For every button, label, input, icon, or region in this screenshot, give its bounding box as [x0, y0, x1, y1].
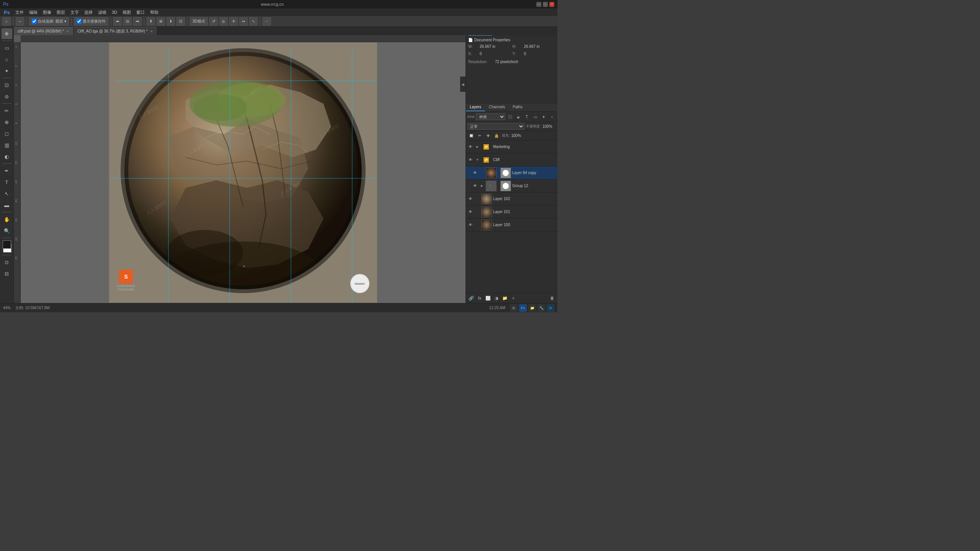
minimize-btn[interactable]: — [536, 2, 541, 7]
eraser-tool[interactable]: ◻ [2, 128, 12, 139]
filter-shape-btn[interactable]: ▭ [531, 113, 539, 121]
layer-vis-84[interactable]: 👁 [472, 170, 478, 176]
home-btn[interactable]: ⌂ [2, 17, 11, 26]
layer-item-marketing[interactable]: 👁 ▶ 📁 Marketing [466, 140, 557, 153]
path-select-tool[interactable]: ↖ [2, 188, 12, 199]
delete-layer-btn[interactable]: 🗑 [548, 294, 556, 302]
auto-select-btn[interactable]: 自动选择: 图层 ▾ [29, 17, 69, 26]
menu-filter[interactable]: 滤镜 [96, 9, 109, 16]
menu-layer[interactable]: 图层 [54, 9, 67, 16]
expand-cliff[interactable]: ▼ [475, 158, 480, 161]
menu-image[interactable]: 图像 [41, 9, 54, 16]
tab-cliff-psd[interactable]: cliff.psd @ 44% (RGB/8#) * ✕ [14, 27, 74, 35]
layer-vis-101[interactable]: 👁 [467, 209, 474, 215]
layer-item-group12[interactable]: 👁 ▶ 2 Group 12 [466, 179, 557, 192]
menu-3d[interactable]: 3D [109, 9, 119, 15]
lock-all-btn[interactable]: 🔒 [493, 132, 500, 139]
menu-edit[interactable]: 编辑 [27, 9, 40, 16]
layer-vis-group12[interactable]: 👁 [472, 183, 478, 189]
new-layer-btn[interactable]: + [510, 294, 517, 302]
add-mask-btn[interactable]: ⬜ [484, 294, 492, 302]
hand-tool[interactable]: ✋ [2, 214, 12, 225]
show-transform-btn[interactable]: 显示变换控件 [74, 17, 108, 26]
align-bottom-btn[interactable]: ⬇ [167, 17, 175, 26]
menu-type[interactable]: 文字 [68, 9, 81, 16]
brush-tool[interactable]: ✏ [2, 105, 12, 116]
lasso-tool[interactable]: ⌂ [2, 54, 12, 65]
layer-vis-marketing[interactable]: 👁 [467, 144, 474, 150]
eyedropper-tool[interactable]: ⊘ [2, 91, 12, 102]
menu-window[interactable]: 窗口 [134, 9, 147, 16]
align-center-h-btn[interactable]: ⊟ [123, 17, 132, 26]
pen-tool[interactable]: ✒ [2, 165, 12, 176]
move-tool[interactable]: ✥ [2, 28, 12, 39]
align-left-btn[interactable]: ⬅ [113, 17, 122, 26]
layer-item-cliff[interactable]: 👁 ▼ 📁 Cliff [466, 153, 557, 166]
dropdown-icon[interactable]: ▾ [64, 19, 66, 23]
shape-tool[interactable]: ▬ [2, 200, 12, 210]
align-right-btn[interactable]: ➡ [133, 17, 142, 26]
taskbar-icon-4[interactable]: 🔧 [537, 304, 545, 312]
magic-wand-tool[interactable]: ✦ [2, 65, 12, 76]
window-controls[interactable]: — □ ✕ [536, 2, 554, 7]
more-options-btn[interactable]: ··· [263, 17, 271, 26]
layer-vis-cliff[interactable]: 👁 [467, 157, 474, 163]
tab-cliff-ao[interactable]: Cliff_AO.tga @ 36.7% (图层 3, RGB/8#) * ✕ [74, 27, 157, 35]
layer-style-btn[interactable]: fx [476, 294, 483, 302]
tab-layers[interactable]: Layers [466, 103, 485, 111]
adjustment-layer-btn[interactable]: ◑ [493, 294, 500, 302]
scale3d-btn[interactable]: ⤡ [249, 17, 258, 26]
doc-canvas[interactable]: 人人素材区 人人素材区 人人素材区 人人素材区 人人素材区 人人素材区 S SU… [21, 42, 466, 303]
filter-type-btn[interactable]: T [523, 113, 531, 121]
layer-item-100[interactable]: 👁 Layer 100 [466, 218, 557, 231]
filter-adjust-btn[interactable]: ⬙ [514, 113, 522, 121]
3d-mode-btn[interactable]: 3D模式 [190, 17, 208, 26]
menu-view[interactable]: 视图 [120, 9, 133, 16]
move-options-btn[interactable]: ↔ [16, 17, 24, 26]
filter-pixel-btn[interactable]: ⬛ [506, 113, 514, 121]
maximize-btn[interactable]: □ [543, 2, 548, 7]
menu-file[interactable]: 文件 [13, 9, 26, 16]
transform-checkbox[interactable] [77, 19, 82, 24]
taskbar-icon-3[interactable]: 📁 [528, 304, 536, 312]
auto-select-checkbox[interactable] [32, 19, 37, 24]
layer-vis-100[interactable]: 👁 [467, 222, 474, 228]
expand-group12[interactable]: ▶ [479, 184, 485, 187]
gradient-tool[interactable]: ▥ [2, 140, 12, 150]
new-group-btn[interactable]: 📁 [501, 294, 509, 302]
align-extra-btn[interactable]: ⊡ [176, 17, 185, 26]
clone-tool[interactable]: ⊕ [2, 117, 12, 127]
lock-image-btn[interactable]: ✏ [476, 132, 483, 139]
tab-cliff-close[interactable]: ✕ [66, 29, 69, 33]
layer-kind-filter[interactable]: 种类 [476, 113, 505, 120]
tab-ao-close[interactable]: ✕ [150, 29, 153, 33]
layer-item-102[interactable]: 👁 Layer 102 [466, 192, 557, 205]
orbit-btn[interactable]: ↺ [209, 17, 218, 26]
menu-ps[interactable]: Ps [2, 9, 12, 16]
filter-off-btn[interactable]: ○ [548, 113, 556, 121]
lock-transparent-btn[interactable]: 🔲 [467, 132, 475, 139]
menu-help[interactable]: 帮助 [148, 9, 161, 16]
slide-btn[interactable]: ⇔ [239, 17, 248, 26]
right-collapse-btn[interactable]: ◀ [460, 77, 466, 92]
screen-mode-tool[interactable]: ⊟ [2, 268, 12, 279]
taskbar-ps-icon[interactable]: Ps [519, 304, 527, 312]
taskbar-icon-5[interactable]: M [547, 304, 554, 312]
tab-channels[interactable]: Channels [485, 103, 509, 111]
dodge-tool[interactable]: ◐ [2, 151, 12, 162]
expand-marketing[interactable]: ▶ [475, 145, 480, 148]
menu-select[interactable]: 选择 [82, 9, 95, 16]
close-btn[interactable]: ✕ [549, 2, 554, 7]
type-tool[interactable]: T [2, 177, 12, 187]
align-top-btn[interactable]: ⬆ [147, 17, 155, 26]
lock-position-btn[interactable]: ✥ [484, 132, 492, 139]
crop-tool[interactable]: ⊡ [2, 80, 12, 90]
rect-select-tool[interactable]: ▭ [2, 42, 12, 53]
taskbar-icon-1[interactable]: ⊞ [510, 304, 518, 312]
quick-mask-tool[interactable]: ⊙ [2, 257, 12, 267]
layer-item-84-copy[interactable]: 👁 Layer 84 copy [466, 166, 557, 179]
align-mid-v-btn[interactable]: ⊞ [157, 17, 165, 26]
link-layers-btn[interactable]: 🔗 [467, 294, 475, 302]
filter-smart-btn[interactable]: ✦ [540, 113, 547, 121]
layer-item-101[interactable]: 👁 Layer 101 [466, 205, 557, 218]
